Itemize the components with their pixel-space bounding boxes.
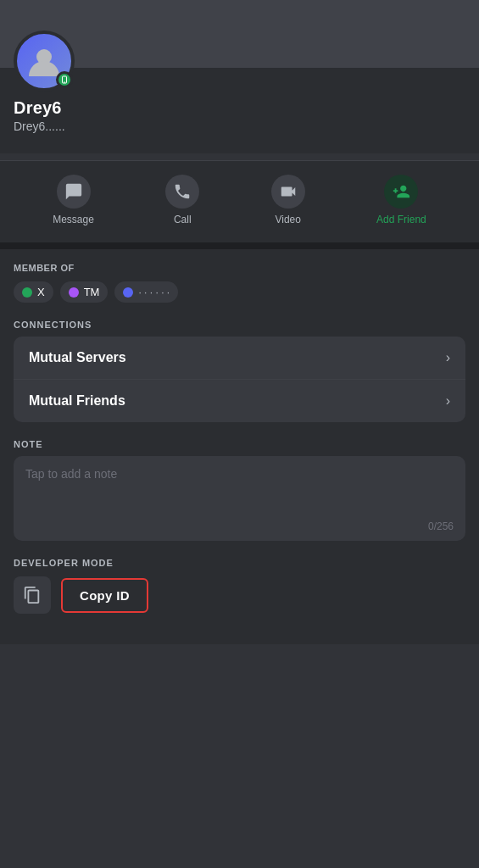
tag-label-tm: TM bbox=[84, 286, 100, 298]
note-counter: 0/256 bbox=[428, 520, 454, 532]
call-icon-container bbox=[165, 175, 199, 209]
server-tag-tm[interactable]: TM bbox=[60, 281, 109, 303]
note-placeholder: Tap to add a note bbox=[25, 466, 454, 483]
mutual-friends-label: Mutual Friends bbox=[29, 393, 125, 409]
copy-id-button[interactable]: Copy ID bbox=[61, 578, 148, 613]
video-icon-container bbox=[271, 175, 305, 209]
member-of-section: MEMBER OF X TM · · · · · · bbox=[14, 263, 465, 303]
tag-dot-x bbox=[22, 287, 32, 298]
message-label: Message bbox=[53, 214, 94, 225]
avatar-banner bbox=[0, 0, 479, 68]
online-status-badge bbox=[56, 71, 73, 88]
connections-label: CONNECTIONS bbox=[14, 320, 465, 330]
add-friend-icon bbox=[392, 182, 410, 201]
username: Drey6 bbox=[14, 98, 465, 118]
profile-top: Drey6 Drey6...... bbox=[0, 0, 479, 153]
mutual-servers-label: Mutual Servers bbox=[29, 350, 126, 365]
tag-dot-other bbox=[123, 287, 133, 298]
copy-id-row: Copy ID bbox=[14, 576, 465, 614]
call-label: Call bbox=[174, 214, 192, 225]
developer-mode-section: DEVELOPER MODE Copy ID bbox=[14, 558, 465, 614]
message-icon-container bbox=[57, 175, 91, 209]
mutual-servers-chevron: › bbox=[446, 350, 450, 365]
copy-icon-button[interactable] bbox=[14, 576, 51, 614]
username-tag: Drey6...... bbox=[14, 120, 465, 133]
mobile-icon bbox=[60, 75, 69, 84]
tag-dot-tm bbox=[69, 287, 79, 298]
tag-label-x: X bbox=[37, 286, 45, 298]
video-icon bbox=[279, 182, 298, 201]
add-friend-label: Add Friend bbox=[376, 214, 426, 225]
connections-section: CONNECTIONS Mutual Servers › Mutual Frie… bbox=[14, 320, 465, 422]
server-tags: X TM · · · · · · bbox=[14, 281, 465, 303]
developer-mode-label: DEVELOPER MODE bbox=[14, 558, 465, 568]
note-section: NOTE Tap to add a note 0/256 bbox=[14, 439, 465, 541]
video-button[interactable]: Video bbox=[271, 175, 305, 225]
mutual-friends-item[interactable]: Mutual Friends › bbox=[14, 380, 465, 422]
svg-rect-2 bbox=[64, 82, 65, 83]
connections-card: Mutual Servers › Mutual Friends › bbox=[14, 337, 465, 422]
note-textarea-wrapper[interactable]: Tap to add a note 0/256 bbox=[14, 456, 465, 541]
mutual-servers-item[interactable]: Mutual Servers › bbox=[14, 337, 465, 380]
server-tag-x[interactable]: X bbox=[14, 281, 53, 303]
section-divider bbox=[0, 242, 479, 249]
call-icon bbox=[173, 182, 192, 201]
tag-label-other: · · · · · · bbox=[138, 287, 170, 298]
message-icon bbox=[64, 182, 83, 201]
note-label: NOTE bbox=[14, 439, 465, 449]
add-friend-button[interactable]: Add Friend bbox=[376, 175, 426, 225]
video-label: Video bbox=[275, 214, 300, 225]
call-button[interactable]: Call bbox=[165, 175, 199, 225]
copy-icon bbox=[23, 586, 42, 604]
actions-row: Message Call Video Add Friend bbox=[0, 160, 479, 242]
message-button[interactable]: Message bbox=[53, 175, 94, 225]
server-tag-other[interactable]: · · · · · · bbox=[114, 281, 178, 303]
member-of-label: MEMBER OF bbox=[14, 263, 465, 273]
add-friend-icon-container bbox=[384, 175, 418, 209]
main-content: MEMBER OF X TM · · · · · · CONNECTIONS M… bbox=[0, 249, 479, 644]
mutual-friends-chevron: › bbox=[446, 393, 450, 409]
avatar-wrapper bbox=[14, 31, 75, 92]
